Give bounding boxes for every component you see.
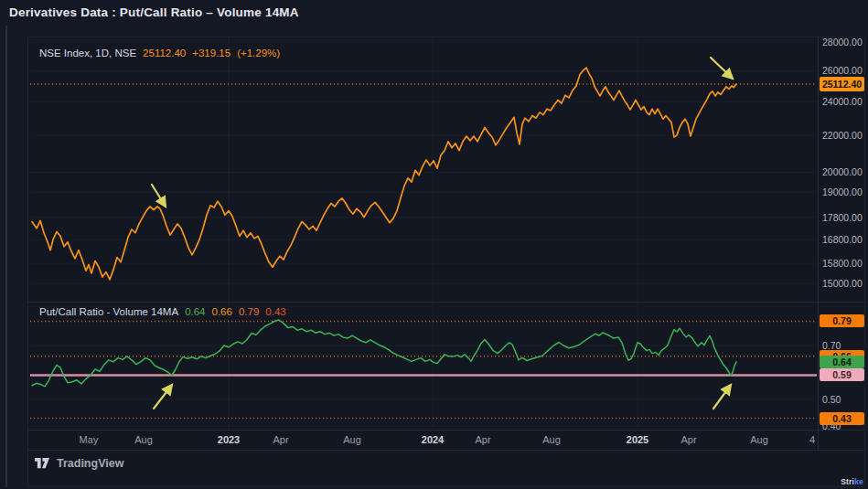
- time-axis[interactable]: MayAug2023AprAug2024AprAug2025AprAug4: [0, 430, 868, 450]
- axis-tick-label: 15000.00: [822, 277, 863, 290]
- bottom-bar: TradingView: [35, 456, 123, 470]
- last-price-badge: 25112.40: [820, 77, 864, 91]
- axis-tick-label: 0.50: [822, 393, 841, 406]
- time-tick-label: Apr: [273, 430, 288, 450]
- indicator-value: 0.64: [185, 306, 205, 317]
- indicator-value: 0.66: [212, 306, 232, 317]
- time-tick-label: 4: [809, 430, 815, 450]
- axis-tick-label: 17800.00: [822, 211, 863, 224]
- chart-canvas[interactable]: [0, 0, 868, 489]
- axis-tick-label: 26000.00: [822, 64, 863, 77]
- pcr-level-badge-059: 0.59: [820, 368, 864, 381]
- indicator-legend[interactable]: Put/Call Ratio - Volume 14MA 0.640.660.7…: [39, 306, 286, 317]
- axis-tick-label: 28000.00: [822, 36, 863, 48]
- panel-separator[interactable]: [27, 302, 865, 303]
- axis-tick-label: 24000.00: [822, 95, 863, 108]
- indicator-value: 0.79: [239, 306, 259, 317]
- tradingview-logo-icon[interactable]: [35, 456, 50, 470]
- axis-tick-label: 15800.00: [822, 257, 863, 270]
- main-series-legend[interactable]: NSE Index, 1D, NSE 25112.40 +319.15 (+1.…: [39, 48, 280, 58]
- pcr-level-badge-043: 0.43: [820, 412, 864, 425]
- last-price-value: 25112.40: [143, 48, 186, 58]
- indicator-values: 0.640.660.790.43: [185, 306, 286, 317]
- time-tick-label: Aug: [542, 430, 561, 450]
- strike-watermark-text: Stri: [841, 477, 854, 486]
- price-change-value: +319.15: [192, 48, 230, 58]
- price-axis[interactable]: 28000.0026000.0024000.0022000.0020000.00…: [820, 0, 865, 489]
- axis-tick-label: 19000.00: [822, 186, 863, 198]
- time-tick-label: 2024: [422, 430, 444, 450]
- indicator-value: 0.43: [265, 306, 285, 317]
- time-tick-label: Aug: [134, 430, 153, 450]
- axis-tick-label: 16800.00: [822, 233, 863, 246]
- strike-watermark-accent: ke: [854, 477, 863, 486]
- axis-tick-label: 22000.00: [822, 129, 863, 142]
- time-tick-label: Aug: [750, 430, 768, 450]
- time-tick-label: May: [80, 430, 99, 450]
- pcr-current-badge: 0.64: [820, 356, 864, 368]
- strike-watermark: Strike: [841, 477, 863, 486]
- time-tick-label: Aug: [343, 430, 361, 450]
- price-change-percent: (+1.29%): [237, 48, 280, 58]
- tradingview-label[interactable]: TradingView: [57, 457, 123, 470]
- axis-tick-label: 20000.00: [822, 165, 863, 178]
- pcr-level-badge-079: 0.79: [820, 314, 864, 327]
- symbol-title[interactable]: NSE Index, 1D, NSE: [39, 48, 136, 58]
- time-tick-label: 2025: [627, 430, 648, 450]
- time-tick-label: Apr: [475, 430, 490, 450]
- time-tick-label: Apr: [680, 430, 696, 450]
- indicator-title[interactable]: Put/Call Ratio - Volume 14MA: [39, 306, 178, 317]
- time-tick-label: 2023: [218, 430, 240, 450]
- price-axis-separator: [818, 37, 819, 450]
- toolbar-separator: [27, 450, 865, 451]
